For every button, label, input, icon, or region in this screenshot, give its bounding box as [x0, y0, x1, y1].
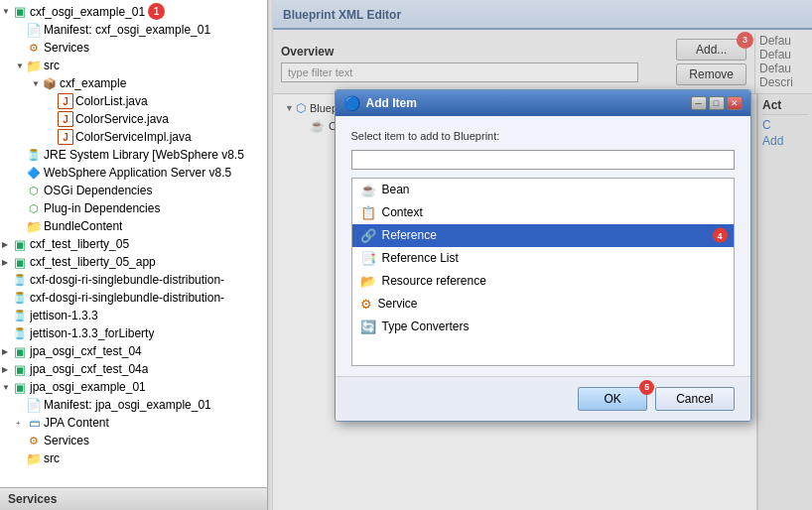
- badge-5: 5: [639, 380, 654, 395]
- tree-item-cxf-liberty[interactable]: ▶ ▣ cxf_test_liberty_05: [0, 235, 267, 253]
- dialog-item-list: ☕ Bean 📋 Context 🔗 Reference 4: [351, 178, 735, 366]
- tree-item-manifest[interactable]: 📄 Manifest: cxf_osgi_example_01: [0, 21, 267, 39]
- dialog-ok-button[interactable]: OK 5: [578, 387, 647, 411]
- osgi-icon: ⬡: [26, 183, 42, 198]
- dialog-item-reflist[interactable]: 📑 Reference List: [352, 247, 734, 270]
- tree-item-src2[interactable]: 📁 src: [0, 449, 267, 467]
- project-icon: ▣: [12, 236, 28, 252]
- arrow-spacer: [16, 169, 24, 178]
- dialog-item-reference[interactable]: 🔗 Reference 4: [352, 224, 734, 247]
- tree-item-services-2[interactable]: ⚙ Services: [0, 432, 267, 449]
- dialog-search-input[interactable]: [351, 150, 735, 170]
- project-icon: ▣: [12, 379, 28, 395]
- tree-item-label: JPA Content: [44, 416, 109, 430]
- tree-item-jpa-content[interactable]: + 🗃 JPA Content: [0, 414, 267, 432]
- tree-item-label: cxf_test_liberty_05: [30, 237, 129, 251]
- tree-item-label: jpa_osgi_cxf_test_04a: [30, 362, 148, 376]
- tree-item-label: Services: [44, 41, 89, 55]
- tree-item-osgi-dep[interactable]: ⬡ OSGi Dependencies: [0, 182, 267, 199]
- tree-item-label: OSGi Dependencies: [44, 184, 152, 197]
- arrow-icon: ▼: [2, 7, 10, 16]
- arrow-spacer: [2, 312, 10, 320]
- arrow-icon: +: [16, 419, 24, 428]
- dialog-item-label: Context: [382, 205, 423, 219]
- project-explorer-panel: ▼ ▣ cxf_osgi_example_01 1 📄 Manifest: cx…: [0, 0, 268, 510]
- project-icon: ▣: [12, 343, 28, 359]
- arrow-spacer: [16, 437, 24, 446]
- tree-item-jre[interactable]: 🫙 JRE System Library [WebSphere v8.5: [0, 146, 267, 164]
- dialog-item-service[interactable]: ⚙ Service: [352, 293, 734, 316]
- tree-item-label: ColorServiceImpl.java: [75, 130, 192, 144]
- package-icon: 📦: [42, 75, 58, 91]
- jar-icon: 🫙: [12, 290, 28, 306]
- badge-4: 4: [713, 228, 728, 243]
- arrow-icon: ▶: [2, 365, 10, 374]
- tree-item-label: cxf-dosgi-ri-singlebundle-distribution-: [30, 273, 224, 287]
- dialog-footer: OK 5 Cancel: [336, 376, 750, 421]
- dialog-title-group: 🔵 Add Item: [343, 95, 417, 111]
- tree-item-label: Manifest: jpa_osgi_example_01: [44, 398, 211, 412]
- dialog-item-resref[interactable]: 📂 Resource reference: [352, 270, 734, 293]
- tree-item-dosgi2[interactable]: 🫙 cxf-dosgi-ri-singlebundle-distribution…: [0, 289, 267, 307]
- arrow-spacer: [16, 401, 24, 410]
- tree-item-bundlecontent[interactable]: 📁 BundleContent: [0, 217, 267, 235]
- tree-item-colorlist[interactable]: J ColorList.java: [0, 92, 267, 110]
- tree-item-manifest2[interactable]: 📄 Manifest: jpa_osgi_example_01: [0, 396, 267, 414]
- arrow-spacer: [16, 187, 24, 195]
- java-file-icon: J: [58, 111, 73, 127]
- dialog-item-label: Type Converters: [382, 319, 470, 333]
- dialog-body: Select item to add to Blueprint: ☕ Bean …: [336, 116, 750, 376]
- tree-item-label: jettison-1.3.3: [30, 309, 98, 322]
- editor-panel: Blueprint XML Editor Overview Add... 3 R…: [273, 0, 812, 510]
- tree-item-jettison[interactable]: 🫙 jettison-1.3.3: [0, 307, 267, 324]
- dialog-titlebar: 🔵 Add Item ─ □ ✕: [336, 90, 750, 116]
- jre-icon: 🫙: [26, 147, 42, 163]
- dialog-item-label: Reference List: [382, 251, 459, 265]
- folder-icon: 📁: [26, 58, 42, 73]
- tree-item-src[interactable]: ▼ 📁 src: [0, 57, 267, 74]
- manifest-icon: 📄: [26, 22, 42, 38]
- tree-item-colorservice[interactable]: J ColorService.java: [0, 110, 267, 128]
- dialog-minimize-button[interactable]: ─: [691, 96, 707, 110]
- tree-item-colorserviceimpl[interactable]: J ColorServiceImpl.java: [0, 128, 267, 146]
- tree-item-label: Services: [44, 434, 89, 447]
- tree-item-jpa-test04a[interactable]: ▶ ▣ jpa_osgi_cxf_test_04a: [0, 360, 267, 378]
- arrow-icon: ▼: [16, 62, 24, 70]
- arrow-spacer: [16, 222, 24, 231]
- dialog-item-bean[interactable]: ☕ Bean: [352, 179, 734, 201]
- jar-icon: 🫙: [12, 308, 28, 323]
- error-badge-1: 1: [148, 3, 165, 20]
- tree-item-websphere[interactable]: 🔷 WebSphere Application Server v8.5: [0, 164, 267, 182]
- tree-item-dosgi1[interactable]: 🫙 cxf-dosgi-ri-singlebundle-distribution…: [0, 271, 267, 289]
- modal-overlay: 🔵 Add Item ─ □ ✕ Select item to add to B…: [273, 0, 812, 510]
- dialog-item-typeconv[interactable]: 🔄 Type Converters: [352, 316, 734, 338]
- tree-item-label: jpa_osgi_cxf_test_04: [30, 344, 142, 358]
- websphere-icon: 🔷: [26, 165, 42, 181]
- tree-item-jpa-example01[interactable]: ▼ ▣ jpa_osgi_example_01: [0, 378, 267, 396]
- tree-item-label: cxf_test_liberty_05_app: [30, 255, 156, 269]
- project-icon: ▣: [12, 361, 28, 377]
- tree-item-cxf-example[interactable]: ▼ 📦 cxf_example: [0, 74, 267, 92]
- dialog-title-text: Add Item: [366, 96, 417, 110]
- service-list-icon: ⚙: [360, 297, 372, 312]
- dialog-item-label: Resource reference: [382, 274, 486, 288]
- tree-item-cxf-osgi-01[interactable]: ▼ ▣ cxf_osgi_example_01 1: [0, 2, 267, 21]
- manifest-icon: 📄: [26, 397, 42, 413]
- dialog-maximize-button[interactable]: □: [709, 96, 725, 110]
- dialog-item-label: Service: [378, 297, 418, 311]
- tree-item-jpa-test04[interactable]: ▶ ▣ jpa_osgi_cxf_test_04: [0, 342, 267, 360]
- tree-item-jettison-liberty[interactable]: 🫙 jettison-1.3.3_forLiberty: [0, 324, 267, 342]
- tree-item-services-1[interactable]: ⚙ Services: [0, 39, 267, 57]
- bean-list-icon: ☕: [360, 183, 376, 197]
- dialog-item-context[interactable]: 📋 Context: [352, 201, 734, 224]
- dialog-cancel-button[interactable]: Cancel: [655, 387, 734, 411]
- tree-item-label: cxf-dosgi-ri-singlebundle-distribution-: [30, 291, 224, 305]
- arrow-spacer: [48, 115, 56, 124]
- tree-item-plugin-dep[interactable]: ⬡ Plug-in Dependencies: [0, 199, 267, 217]
- tree-item-cxf-liberty-app[interactable]: ▶ ▣ cxf_test_liberty_05_app: [0, 253, 267, 271]
- arrow-icon: ▶: [2, 240, 10, 249]
- dialog-icon: 🔵: [343, 95, 360, 111]
- dialog-close-button[interactable]: ✕: [727, 96, 743, 110]
- project-icon: ▣: [12, 254, 28, 270]
- jar-icon: 🫙: [12, 272, 28, 288]
